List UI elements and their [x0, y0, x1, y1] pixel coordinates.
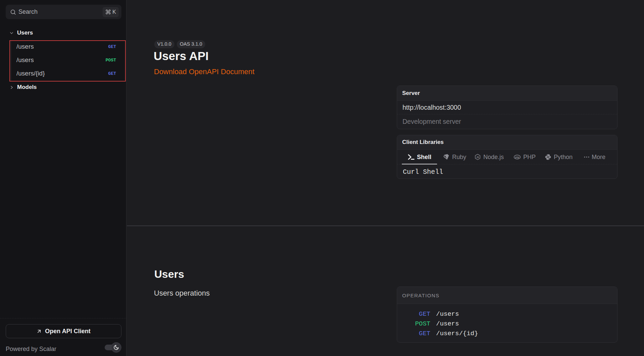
- svg-text:php: php: [515, 156, 519, 159]
- svg-text:JS: JS: [476, 156, 479, 158]
